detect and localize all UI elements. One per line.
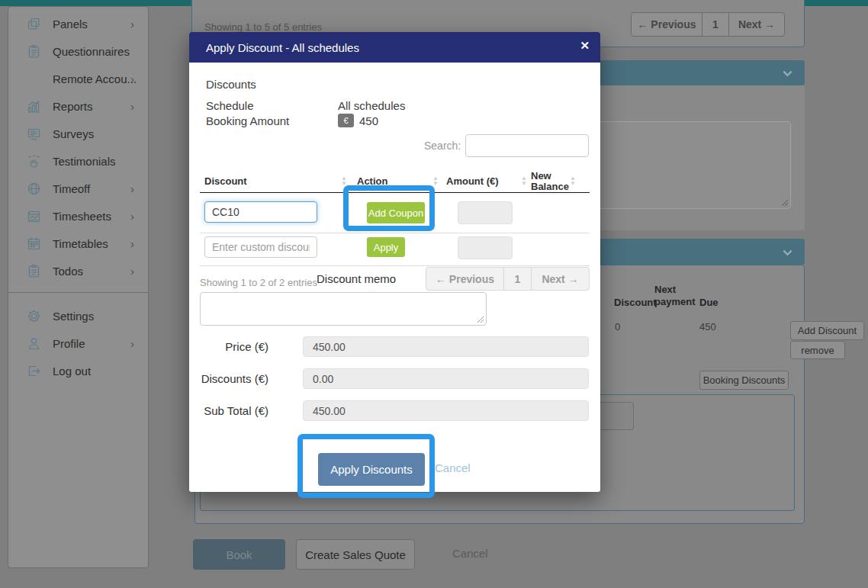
apply-button[interactable]: Apply — [367, 237, 405, 257]
booking-discounts-button[interactable]: Booking Discounts — [699, 371, 789, 390]
bg-col-discount: Discount — [614, 297, 657, 308]
price-field: 450.00 — [303, 336, 589, 357]
row-divider — [200, 233, 590, 233]
sidebar-item-label: Testimonials — [53, 155, 116, 168]
schedule-value: All schedules — [338, 99, 405, 112]
bg-showing-entries: Showing 1 to 5 of 5 entries — [204, 21, 322, 33]
sidebar-item-settings[interactable]: Settings — [8, 302, 148, 329]
sort-icon[interactable]: ▲▼ — [340, 175, 348, 186]
add-coupon-button[interactable]: Add Coupon — [367, 202, 425, 223]
bg-cell-discount: 0 — [615, 321, 620, 333]
sidebar-item-panels[interactable]: Panels › — [8, 10, 148, 37]
sidebar-item-timesheets[interactable]: Timesheets › — [8, 202, 148, 230]
sidebar-item-testimonials[interactable]: Testimonials — [8, 147, 148, 175]
sort-icon[interactable]: ▲▼ — [432, 175, 439, 186]
chevron-right-icon: › — [130, 182, 134, 195]
sidebar-item-logout[interactable]: Log out — [8, 357, 148, 384]
col-header-discount[interactable]: Discount — [204, 176, 247, 187]
sidebar-item-label: Timeoff — [53, 182, 90, 195]
sort-icon[interactable]: ▲▼ — [520, 175, 528, 186]
sidebar-item-label: Log out — [53, 365, 91, 378]
chevron-right-icon: › — [130, 237, 134, 250]
modal-cancel-link[interactable]: Cancel — [435, 461, 471, 474]
chevron-right-icon: › — [130, 72, 134, 85]
sub-total-field: 450.00 — [303, 400, 589, 421]
sub-total-label: Sub Total (€) — [189, 404, 268, 417]
sidebar-item-remote-accounts[interactable]: Remote Accou... › — [8, 65, 148, 92]
add-discount-button[interactable]: Add Discount — [790, 321, 864, 340]
discounts-label: Discounts (€) — [189, 372, 268, 385]
currency-badge: € — [338, 114, 354, 127]
col-header-new-balance[interactable]: New Balance — [531, 171, 567, 192]
sidebar-item-label: Remote Accou... — [53, 72, 137, 85]
price-label: Price (€) — [189, 340, 268, 353]
col-header-amount[interactable]: Amount (€) — [446, 176, 499, 187]
showing-entries: Showing 1 to 2 of 2 entries — [200, 277, 317, 288]
bg-page-button[interactable]: 1 — [702, 12, 729, 37]
booking-amount-value: 450 — [359, 114, 378, 127]
sidebar-item-label: Surveys — [53, 127, 94, 140]
sidebar-item-timetables[interactable]: Timetables › — [8, 230, 148, 257]
testimonials-icon — [27, 154, 41, 169]
chevron-right-icon: › — [130, 337, 134, 350]
panels-icon — [27, 17, 41, 31]
modal-header: Apply Discount - All schedules ✕ — [189, 32, 600, 63]
sidebar-item-label: Settings — [53, 310, 94, 323]
sidebar-item-label: Panels — [53, 18, 88, 31]
sidebar-item-questionnaires[interactable]: Questionnaires — [8, 37, 148, 65]
discounts-field: 0.00 — [303, 368, 589, 389]
todos-icon — [27, 264, 41, 278]
bg-col-due: Due — [699, 297, 719, 308]
discounts-section-label: Discounts — [206, 78, 256, 91]
timetables-icon — [27, 236, 41, 251]
reports-icon — [27, 99, 41, 114]
chevron-right-icon: › — [130, 210, 134, 223]
page-button[interactable]: 1 — [503, 267, 532, 291]
resize-grip-icon — [477, 316, 484, 323]
previous-button[interactable]: ← Previous — [426, 267, 504, 291]
booking-amount-label: Booking Amount — [206, 114, 289, 127]
sidebar-item-profile[interactable]: Profile › — [8, 329, 148, 357]
custom-discount-input[interactable] — [204, 236, 317, 258]
bg-col-next-payment: Next payment — [654, 284, 694, 308]
discount-memo-label: Discount memo — [317, 272, 396, 285]
modal-title: Apply Discount - All schedules — [206, 41, 359, 54]
sidebar-item-todos[interactable]: Todos › — [8, 257, 148, 284]
amount-field-row2 — [458, 236, 513, 259]
sidebar-item-label: Reports — [53, 100, 93, 113]
bg-cell-due: 450 — [699, 321, 716, 333]
surveys-icon — [27, 127, 41, 141]
apply-discount-modal: Apply Discount - All schedules ✕ Discoun… — [189, 32, 600, 492]
bg-previous-button[interactable]: ← Previous — [631, 12, 702, 37]
chevron-right-icon: › — [130, 265, 134, 278]
bg-cancel-link[interactable]: Cancel — [452, 547, 488, 560]
sidebar-item-label: Timetables — [53, 237, 108, 250]
resize-grip-icon — [781, 199, 789, 207]
logout-icon — [27, 364, 41, 378]
next-button[interactable]: Next → — [531, 267, 590, 291]
chevron-down-icon — [783, 246, 792, 256]
create-sales-quote-button[interactable]: Create Sales Quote — [296, 539, 415, 570]
sidebar-item-label: Todos — [53, 265, 83, 278]
col-header-action[interactable]: Action — [357, 176, 387, 187]
gear-icon — [27, 309, 41, 323]
questionnaires-icon — [27, 44, 41, 59]
discount-memo-textarea[interactable] — [200, 292, 487, 326]
sidebar-item-surveys[interactable]: Surveys — [8, 120, 148, 147]
sort-icon[interactable]: ▲▼ — [569, 175, 577, 186]
close-icon[interactable]: ✕ — [580, 39, 590, 53]
amount-field-row1 — [458, 201, 513, 224]
sidebar-item-label: Profile — [53, 337, 85, 350]
search-label: Search: — [424, 140, 461, 152]
remove-button[interactable]: remove — [790, 341, 845, 359]
sidebar-item-reports[interactable]: Reports › — [8, 92, 148, 120]
bg-next-button[interactable]: Next → — [728, 12, 785, 37]
modal-pagination: ← Previous 1 Next → — [426, 267, 590, 291]
book-button[interactable]: Book — [193, 539, 285, 570]
sidebar-divider — [8, 292, 148, 293]
coupon-code-input[interactable] — [204, 201, 317, 223]
apply-discounts-button[interactable]: Apply Discounts — [318, 453, 425, 486]
sidebar-item-timeoff[interactable]: Timeoff › — [8, 175, 148, 202]
chevron-right-icon: › — [130, 18, 134, 31]
search-input[interactable] — [465, 134, 589, 157]
